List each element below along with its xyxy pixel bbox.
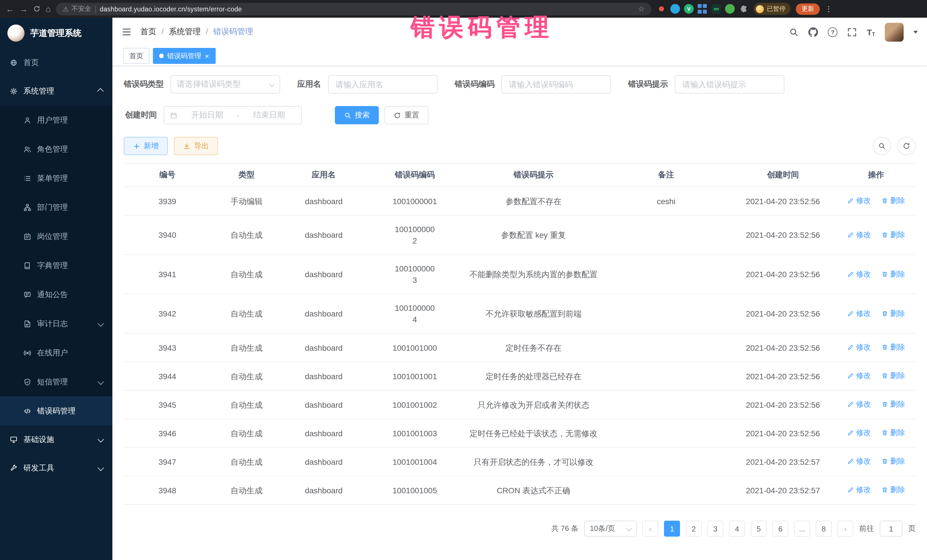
page-button-5[interactable]: 5 [751, 521, 767, 537]
sidebar-item-post-management[interactable]: 岗位管理 [0, 222, 112, 251]
breadcrumb-system[interactable]: 系统管理 [156, 27, 201, 37]
filter-error-hint: 错误码提示 [628, 75, 784, 94]
screen: ← → ⌂ ⚠ 不安全 dashboard.yudao.iocoder.cn/s… [0, 0, 927, 560]
profile-paused-chip[interactable]: 已暂停 [754, 3, 791, 15]
export-button[interactable]: 导出 [174, 137, 218, 155]
delete-link[interactable]: 删除 [881, 456, 905, 467]
address-bar[interactable]: ⚠ 不安全 dashboard.yudao.iocoder.cn/system/… [56, 3, 652, 15]
breadcrumb-home[interactable]: 首页 [140, 27, 156, 37]
sidebar-item-user-management[interactable]: 用户管理 [0, 106, 112, 135]
edit-link[interactable]: 修改 [847, 229, 871, 240]
extension-grid-icon[interactable] [698, 4, 707, 14]
menu-fold-icon[interactable] [122, 27, 132, 37]
delete-link[interactable]: 删除 [881, 370, 905, 381]
sidebar-item-sms-management[interactable]: 短信管理 [0, 367, 112, 396]
sidebar-item-audit-log[interactable]: 审计日志 [0, 309, 112, 338]
sidebar-item-home[interactable]: 首页 [0, 49, 112, 77]
browser-update-button[interactable]: 更新 [796, 3, 820, 15]
delete-link[interactable]: 删除 [881, 195, 905, 206]
delete-link[interactable]: 删除 [881, 427, 905, 439]
extension-on-badge-icon[interactable]: on [711, 4, 721, 14]
extension-red-dot-icon[interactable] [656, 4, 666, 14]
delete-link[interactable]: 删除 [881, 229, 905, 240]
shield-check-icon [23, 378, 31, 386]
page-button-4[interactable]: 4 [729, 521, 745, 537]
prev-page-button[interactable]: ‹ [642, 521, 658, 537]
error-hint-field [675, 75, 784, 94]
tab-error-code-management[interactable]: 错误码管理 [153, 48, 215, 64]
page-button-8[interactable]: 8 [816, 521, 832, 537]
edit-link[interactable]: 修改 [847, 370, 871, 381]
edit-link[interactable]: 修改 [847, 456, 871, 467]
sidebar-group-system[interactable]: 系统管理 [0, 77, 112, 106]
error-code-input[interactable] [508, 79, 605, 90]
search-button[interactable]: 搜索 [335, 106, 379, 124]
extension-drop-icon[interactable] [670, 4, 680, 14]
edit-link[interactable]: 修改 [847, 484, 871, 496]
edit-link[interactable]: 修改 [847, 427, 871, 439]
table-row: 3940 自动生成 dashboard 100100000 2 参数配置 key… [124, 215, 916, 255]
tab-home[interactable]: 首页 [123, 48, 149, 64]
bookmark-star-icon[interactable]: ☆ [638, 5, 644, 13]
sidebar-group-infrastructure[interactable]: 基础设施 [0, 425, 112, 454]
forward-icon[interactable]: → [20, 5, 28, 13]
edit-link[interactable]: 修改 [847, 399, 871, 410]
sidebar-item-error-code-management[interactable]: 错误码管理 [0, 396, 112, 425]
delete-link[interactable]: 删除 [881, 399, 905, 410]
github-icon[interactable] [808, 27, 818, 37]
sidebar-item-department-management[interactable]: 部门管理 [0, 193, 112, 222]
delete-link[interactable]: 删除 [881, 484, 905, 496]
extension-v-icon[interactable]: V [684, 4, 694, 14]
app-logo-row[interactable]: 芋道管理系统 [0, 18, 112, 49]
extensions-puzzle-icon[interactable] [739, 4, 748, 14]
font-size-icon[interactable] [867, 27, 875, 37]
page-button-3[interactable]: 3 [707, 521, 723, 537]
cell-code: 1001001004 [365, 448, 464, 476]
browser-menu-icon[interactable]: ⋮ [825, 5, 832, 13]
goto-page-input[interactable] [880, 521, 903, 537]
page-button-1[interactable]: 1 [664, 521, 680, 537]
help-icon[interactable] [828, 27, 838, 37]
user-avatar[interactable] [885, 23, 904, 41]
delete-link[interactable]: 删除 [881, 268, 905, 280]
cell-type: 自动生成 [211, 362, 282, 390]
refresh-table-button[interactable] [897, 137, 916, 155]
home-icon[interactable]: ⌂ [46, 5, 51, 13]
extension-leaf-icon[interactable] [725, 4, 735, 14]
edit-link[interactable]: 修改 [847, 195, 871, 206]
back-icon[interactable]: ← [6, 5, 14, 13]
sidebar-group-dev-tools[interactable]: 研发工具 [0, 454, 112, 483]
page-size-select[interactable]: 10条/页 [584, 521, 637, 537]
search-icon[interactable] [789, 27, 799, 37]
create-time-range-picker[interactable]: 开始日期 - 结束日期 [164, 106, 302, 124]
edit-link[interactable]: 修改 [847, 341, 871, 353]
edit-link[interactable]: 修改 [847, 308, 871, 319]
avatar-caret-icon[interactable] [913, 30, 918, 33]
filter-label: 错误码类型 [124, 79, 170, 90]
next-page-button[interactable]: › [837, 521, 853, 537]
error-hint-input[interactable] [681, 79, 778, 90]
sidebar-item-menu-management[interactable]: 菜单管理 [0, 164, 112, 193]
sidebar-item-role-management[interactable]: 角色管理 [0, 135, 112, 164]
table-row: 3944 自动生成 dashboard 1001001001 定时任务的处理器已… [124, 362, 916, 390]
sidebar-item-label: 审计日志 [37, 319, 68, 329]
reset-button[interactable]: 重置 [384, 106, 429, 124]
error-type-select[interactable]: 请选择错误码类型 [170, 75, 280, 94]
add-button[interactable]: 新增 [124, 137, 168, 155]
edit-link[interactable]: 修改 [847, 268, 871, 280]
cell-id: 3946 [124, 419, 211, 448]
sidebar-item-dict-management[interactable]: 字典管理 [0, 251, 112, 280]
sidebar-item-notice[interactable]: 通知公告 [0, 280, 112, 309]
toggle-search-button[interactable] [873, 137, 891, 155]
column-header-id: 编号 [124, 163, 211, 187]
page-button-6[interactable]: 6 [772, 521, 789, 537]
close-icon[interactable] [205, 52, 209, 59]
page-button-2[interactable]: 2 [686, 521, 702, 537]
delete-link[interactable]: 删除 [881, 341, 905, 353]
pages-ellipsis[interactable]: ... [794, 521, 810, 537]
reload-icon[interactable] [33, 5, 41, 12]
sidebar-item-online-users[interactable]: 在线用户 [0, 338, 112, 367]
fullscreen-icon[interactable] [847, 27, 857, 37]
delete-link[interactable]: 删除 [881, 308, 905, 319]
app-name-input[interactable] [334, 79, 431, 90]
